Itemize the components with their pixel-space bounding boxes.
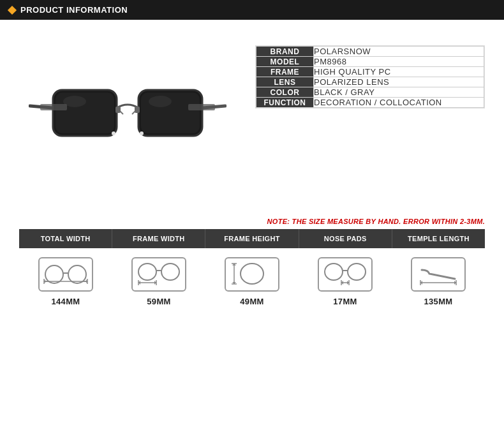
spec-value: HIGH QUALITY PC	[314, 67, 484, 77]
main-content: BRAND POLARSNOW MODEL PM8968 FRAME HIGH …	[0, 20, 504, 211]
meas-frame-height: 49MM	[205, 257, 299, 306]
frame-height-value: 49MM	[240, 297, 263, 306]
spec-value: DECORATION / COLLOCATION	[314, 98, 484, 108]
measurements-section: NOTE: THE SIZE MEASURE BY HAND. ERROR WI…	[0, 211, 504, 323]
svg-point-34	[241, 264, 263, 284]
spec-value: BLACK / GRAY	[314, 87, 484, 98]
svg-rect-13	[188, 104, 215, 110]
meas-nose-pads: 17MM	[299, 257, 392, 306]
frame-width-icon	[136, 261, 182, 288]
svg-point-26	[138, 264, 156, 280]
temple-length-icon-box	[411, 257, 466, 292]
svg-point-41	[348, 264, 366, 280]
svg-rect-12	[40, 104, 67, 110]
svg-point-7	[149, 96, 172, 107]
svg-rect-11	[135, 107, 140, 113]
header-title: PRODUCT INFORMATION	[20, 5, 128, 15]
meas-header-temple-length: TEMPLE LENGTH	[392, 229, 485, 248]
svg-point-27	[161, 264, 179, 280]
product-image	[29, 58, 226, 173]
meas-header-total-width: TOTAL WIDTH	[19, 229, 112, 248]
temple-length-icon	[415, 261, 461, 288]
specs-table: BRAND POLARSNOW MODEL PM8968 FRAME HIGH …	[255, 45, 485, 108]
spec-row: MODEL PM8968	[256, 57, 484, 67]
temple-length-value: 135MM	[424, 297, 453, 306]
meas-header-nose-pads: NOSE PADS	[299, 229, 392, 248]
spec-row: FUNCTION DECORATION / COLLOCATION	[256, 98, 484, 108]
product-image-area	[19, 33, 236, 198]
spec-value: POLARIZED LENS	[314, 77, 484, 87]
svg-point-14	[112, 131, 115, 135]
total-width-icon-box	[38, 257, 93, 292]
svg-point-15	[140, 131, 144, 135]
meas-temple-length: 135MM	[392, 257, 485, 306]
svg-rect-10	[115, 107, 121, 113]
meas-total-width: 144MM	[19, 257, 112, 306]
total-width-icon	[43, 261, 89, 288]
nose-pads-icon	[322, 261, 368, 288]
spec-row: FRAME HIGH QUALITY PC	[256, 67, 484, 77]
spec-label: BRAND	[256, 47, 314, 57]
svg-point-40	[325, 264, 343, 280]
frame-height-icon	[229, 261, 275, 288]
measurement-note: NOTE: THE SIZE MEASURE BY HAND. ERROR WI…	[19, 218, 485, 225]
total-width-value: 144MM	[52, 297, 80, 306]
frame-width-value: 59MM	[147, 297, 170, 306]
spec-label: FUNCTION	[256, 98, 314, 108]
diamond-icon	[8, 5, 17, 14]
spec-label: MODEL	[256, 57, 314, 67]
meas-header-frame-width: FRAME WIDTH	[112, 229, 205, 248]
spec-label: FRAME	[256, 67, 314, 77]
spec-label: LENS	[256, 77, 314, 87]
meas-header-frame-height: FRAME HEIGHT	[205, 229, 299, 248]
spec-row: LENS POLARIZED LENS	[256, 77, 484, 87]
spec-label: COLOR	[256, 87, 314, 98]
frame-height-icon-box	[225, 257, 279, 292]
measurements-header: TOTAL WIDTH FRAME WIDTH FRAME HEIGHT NOS…	[19, 229, 485, 248]
frame-width-icon-box	[131, 257, 186, 292]
nose-pads-value: 17MM	[333, 297, 357, 306]
nose-pads-icon-box	[318, 257, 373, 292]
measurements-icons: 144MM 59MM	[19, 248, 485, 310]
header-bar: PRODUCT INFORMATION	[0, 0, 504, 20]
svg-rect-3	[56, 93, 114, 133]
spec-value: PM8968	[314, 57, 484, 67]
svg-point-16	[45, 265, 63, 283]
svg-point-17	[68, 265, 86, 283]
spec-row: COLOR BLACK / GRAY	[256, 87, 484, 98]
spec-value: POLARSNOW	[314, 47, 484, 57]
spec-row: BRAND POLARSNOW	[256, 47, 484, 57]
svg-rect-6	[141, 93, 200, 133]
specs-table-inner: BRAND POLARSNOW MODEL PM8968 FRAME HIGH …	[256, 46, 484, 108]
meas-frame-width: 59MM	[112, 257, 205, 306]
